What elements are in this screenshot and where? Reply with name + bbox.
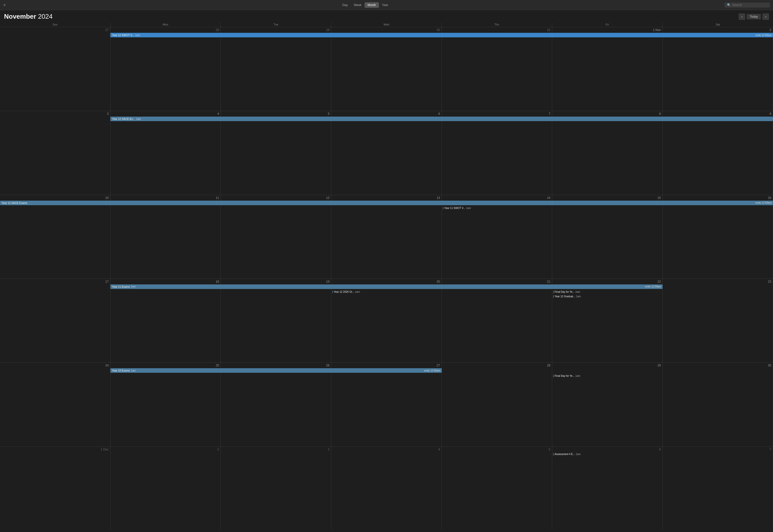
view-week-button[interactable]: Week <box>351 2 364 8</box>
day-cell-w1-d4[interactable]: 7 <box>442 111 552 195</box>
day-cell-w5-d3[interactable]: 4 <box>331 447 442 530</box>
day-num-w4-d2: 26 <box>222 364 329 367</box>
day-cell-w2-d6[interactable]: 16 <box>663 195 773 279</box>
day-cell-w0-d6[interactable]: 2 <box>663 27 773 111</box>
day-num-w1-d6: 9 <box>664 112 771 116</box>
day-cell-w3-d4[interactable]: 21 <box>442 279 552 362</box>
day-cell-w4-d0[interactable]: 24 <box>0 363 110 446</box>
day-cell-w1-d5[interactable]: 8 <box>552 111 663 195</box>
day-cell-w0-d4[interactable]: 31 <box>442 27 552 111</box>
day-num-w3-d6: 23 <box>664 280 771 283</box>
day-cell-w3-d1[interactable]: 18 <box>110 279 221 362</box>
day-cell-w2-d5[interactable]: 15 <box>552 195 663 279</box>
day-cell-w1-d1[interactable]: 4 <box>110 111 221 195</box>
view-day-button[interactable]: Day <box>339 2 351 8</box>
day-cell-w5-d6[interactable]: 7 <box>663 447 773 530</box>
day-cell-w5-d1[interactable]: 2 <box>110 447 221 530</box>
today-button[interactable]: Today <box>747 14 761 19</box>
day-num-w5-d0: 1 Dec <box>2 448 109 451</box>
day-num-w5-d2: 3 <box>222 448 329 451</box>
search-input[interactable] <box>732 3 767 7</box>
day-cell-w5-d5[interactable]: 6 <box>552 447 663 530</box>
header-fri: Fri <box>552 22 663 27</box>
day-cell-w1-d3[interactable]: 6 <box>331 111 442 195</box>
day-num-w1-d4: 7 <box>443 112 550 116</box>
day-cell-w3-d5[interactable]: 22 <box>552 279 663 362</box>
day-cell-w2-d4[interactable]: 14 <box>442 195 552 279</box>
day-cell-w2-d2[interactable]: 12 <box>221 195 331 279</box>
day-cell-w2-d3[interactable]: 13 <box>331 195 442 279</box>
next-month-button[interactable]: › <box>762 13 769 20</box>
day-cell-w2-d0[interactable]: 10 <box>0 195 110 279</box>
day-cell-w0-d2[interactable]: 29 <box>221 27 331 111</box>
day-num-w2-d1: 11 <box>112 196 219 200</box>
view-month-button[interactable]: Month <box>365 2 379 8</box>
day-num-w1-d0: 3 <box>2 112 109 116</box>
day-num-w1-d5: 8 <box>554 112 661 116</box>
nav-controls: ‹ Today › <box>739 13 769 20</box>
day-num-w0-d3: 30 <box>333 28 440 32</box>
day-cell-w3-d0[interactable]: 17 <box>0 279 110 362</box>
day-cell-w5-d2[interactable]: 3 <box>221 447 331 530</box>
view-year-button[interactable]: Year <box>379 2 391 8</box>
day-cell-w0-d5[interactable]: 1 Nov <box>552 27 663 111</box>
header-wed: Wed <box>331 22 442 27</box>
top-bar-right: 🔍 <box>725 3 770 8</box>
day-num-w4-d6: 30 <box>664 364 771 367</box>
prev-month-button[interactable]: ‹ <box>739 13 745 20</box>
day-cell-w5-d4[interactable]: 5 <box>442 447 552 530</box>
day-num-w4-d1: 25 <box>112 364 219 367</box>
day-num-w5-d4: 5 <box>443 448 550 451</box>
day-cell-w3-d2[interactable]: 19 <box>221 279 331 362</box>
day-num-w2-d2: 12 <box>222 196 329 200</box>
calendar: Sun Mon Tue Wed Thu Fri Sat 27282930311 … <box>0 22 773 530</box>
search-icon: 🔍 <box>727 3 731 7</box>
day-cell-w4-d4[interactable]: 28 <box>442 363 552 446</box>
day-num-w0-d0: 27 <box>2 28 109 32</box>
day-cell-w2-d1[interactable]: 11 <box>110 195 221 279</box>
day-cell-w4-d6[interactable]: 30 <box>663 363 773 446</box>
add-button[interactable]: + <box>3 3 6 8</box>
day-num-w0-d1: 28 <box>112 28 219 32</box>
day-num-w5-d1: 2 <box>112 448 219 451</box>
day-num-w4-d0: 24 <box>2 364 109 367</box>
header-sun: Sun <box>0 22 110 27</box>
day-cell-w5-d0[interactable]: 1 Dec <box>0 447 110 530</box>
weeks: 27282930311 Nov2Year 12 SWOT V...1amends… <box>0 27 773 530</box>
search-box: 🔍 <box>725 3 770 8</box>
day-headers: Sun Mon Tue Wed Thu Fri Sat <box>0 22 773 27</box>
day-cell-w4-d2[interactable]: 26 <box>221 363 331 446</box>
day-cell-w4-d3[interactable]: 27 <box>331 363 442 446</box>
day-cell-w1-d6[interactable]: 9 <box>663 111 773 195</box>
app-container: + Day Week Month Year 🔍 November 2024 ‹ … <box>0 0 773 530</box>
day-num-w3-d3: 20 <box>333 280 440 283</box>
day-cell-w3-d6[interactable]: 23 <box>663 279 773 362</box>
day-num-w3-d2: 19 <box>222 280 329 283</box>
day-cell-w4-d5[interactable]: 29 <box>552 363 663 446</box>
day-num-w3-d4: 21 <box>443 280 550 283</box>
top-bar: + Day Week Month Year 🔍 <box>0 0 773 10</box>
day-num-w3-d5: 22 <box>554 280 661 283</box>
month-name: November <box>4 13 36 20</box>
day-cell-w0-d3[interactable]: 30 <box>331 27 442 111</box>
day-num-w4-d3: 27 <box>333 364 440 367</box>
week-row-4: 24252627282930Year 10 Exams1amends 12:59… <box>0 363 773 446</box>
header-thu: Thu <box>442 22 552 27</box>
header-mon: Mon <box>110 22 221 27</box>
day-cell-w0-d1[interactable]: 28 <box>110 27 221 111</box>
day-num-w2-d3: 13 <box>333 196 440 200</box>
day-num-w1-d3: 6 <box>333 112 440 116</box>
day-cell-w1-d0[interactable]: 3 <box>0 111 110 195</box>
day-num-w1-d2: 5 <box>222 112 329 116</box>
day-num-w0-d2: 29 <box>222 28 329 32</box>
day-num-w5-d3: 4 <box>333 448 440 451</box>
day-num-w3-d1: 18 <box>112 280 219 283</box>
day-cell-w3-d3[interactable]: 20 <box>331 279 442 362</box>
header-tue: Tue <box>221 22 331 27</box>
day-cell-w0-d0[interactable]: 27 <box>0 27 110 111</box>
day-cell-w1-d2[interactable]: 5 <box>221 111 331 195</box>
day-num-w4-d4: 28 <box>443 364 550 367</box>
day-num-w5-d5: 6 <box>554 448 661 451</box>
week-row-3: 17181920212223Year 11 Exams1amends 12:59… <box>0 279 773 363</box>
day-cell-w4-d1[interactable]: 25 <box>110 363 221 446</box>
